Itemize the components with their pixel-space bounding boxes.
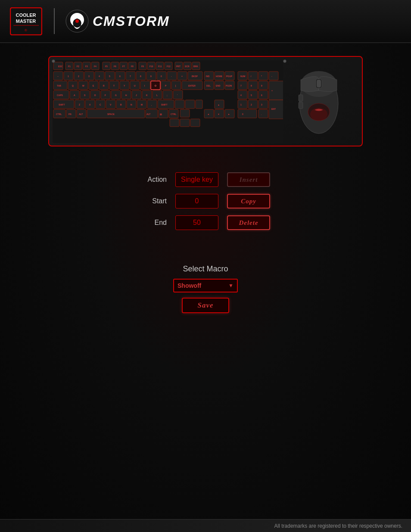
- logo-divider: [54, 8, 55, 34]
- svg-text:NUM: NUM: [240, 75, 245, 78]
- svg-rect-83: [180, 109, 190, 117]
- svg-text:B: B: [120, 103, 122, 106]
- svg-text:▼: ▼: [218, 113, 220, 115]
- logo-area: COOLER MASTER ® CMStorm: [9, 6, 170, 36]
- svg-text:HOME: HOME: [216, 75, 223, 78]
- macro-section-title: Select Macro: [183, 264, 228, 274]
- svg-text:3: 3: [88, 75, 90, 78]
- macro-dropdown[interactable]: Showoff ▼: [173, 279, 238, 292]
- svg-text:TAB: TAB: [57, 84, 61, 87]
- svg-rect-216: [317, 80, 321, 87]
- svg-rect-61: [163, 90, 172, 99]
- svg-rect-79: [87, 109, 145, 118]
- action-panel: Action Single key Insert Start 0 Copy En…: [141, 172, 270, 230]
- svg-text:~: ~: [57, 75, 59, 78]
- start-label: Start: [141, 197, 167, 205]
- svg-text:MASTER: MASTER: [16, 19, 36, 24]
- svg-rect-46: [140, 81, 150, 90]
- svg-text:BKSP: BKSP: [192, 75, 198, 78]
- svg-text:BRK: BRK: [193, 65, 198, 68]
- svg-text:2: 2: [78, 75, 79, 78]
- svg-text:Q: Q: [72, 84, 74, 87]
- cooler-master-logo: COOLER MASTER ®: [9, 6, 43, 36]
- svg-text:=: =: [181, 75, 183, 78]
- svg-rect-75: [196, 100, 202, 109]
- svg-text:SHIFT: SHIFT: [161, 103, 167, 106]
- svg-text:►: ►: [228, 113, 230, 115]
- svg-text:SPACE: SPACE: [107, 113, 115, 115]
- svg-text:J: J: [136, 94, 137, 96]
- start-value-field[interactable]: 0: [175, 194, 218, 208]
- svg-text:H: H: [125, 94, 127, 96]
- delete-button[interactable]: Delete: [227, 215, 270, 230]
- svg-text:CTRL: CTRL: [171, 113, 176, 115]
- svg-text:F4: F4: [94, 65, 97, 68]
- svg-text:6: 6: [261, 94, 262, 96]
- svg-text:8: 8: [251, 84, 252, 87]
- svg-text:F8: F8: [131, 65, 134, 68]
- keyboard-image: ESC F1 F2 F3 F4 F5 F6 F7 F8 F9 F10 F11 F…: [53, 60, 283, 143]
- footer-text: All trademarks are registered to their r…: [274, 523, 402, 529]
- svg-text:ENT: ENT: [271, 108, 276, 110]
- svg-rect-85: [170, 119, 179, 127]
- svg-text:R: R: [103, 84, 105, 87]
- svg-text:PGDN: PGDN: [226, 84, 232, 87]
- svg-text:▲: ▲: [218, 103, 220, 106]
- svg-text:G: G: [115, 94, 117, 96]
- svg-rect-217: [299, 95, 303, 101]
- svg-rect-49: [171, 81, 181, 90]
- svg-text:9: 9: [150, 75, 152, 78]
- action-value-field[interactable]: Single key: [175, 172, 218, 187]
- svg-text:CAPS: CAPS: [57, 94, 63, 96]
- svg-rect-183: [238, 81, 247, 90]
- svg-rect-194: [238, 109, 257, 118]
- insert-button[interactable]: Insert: [227, 172, 270, 187]
- svg-text:1: 1: [240, 103, 242, 106]
- svg-text:6: 6: [119, 75, 121, 78]
- svg-text:3: 3: [261, 103, 262, 106]
- copy-button[interactable]: Copy: [227, 194, 270, 208]
- svg-rect-192: [258, 100, 268, 109]
- end-row: End 50 Delete: [141, 215, 270, 230]
- svg-text:FN: FN: [68, 113, 72, 115]
- macro-section: Select Macro Showoff ▼ Save: [173, 264, 238, 313]
- end-value-field[interactable]: 50: [175, 215, 218, 230]
- svg-text:4: 4: [240, 94, 242, 96]
- svg-text:7: 7: [240, 84, 242, 87]
- save-button[interactable]: Save: [182, 298, 229, 313]
- action-row: Action Single key Insert: [141, 172, 270, 187]
- svg-text:7: 7: [130, 75, 131, 78]
- svg-rect-189: [258, 90, 268, 99]
- svg-text:L: L: [156, 94, 158, 96]
- svg-rect-74: [185, 100, 195, 109]
- svg-text:DEL: DEL: [206, 84, 211, 87]
- svg-text:INS: INS: [206, 75, 210, 78]
- svg-text:T: T: [113, 84, 115, 87]
- svg-text:▤: ▤: [160, 113, 162, 115]
- svg-text:U: U: [134, 84, 136, 87]
- svg-text:A: A: [74, 94, 75, 96]
- svg-text:F6: F6: [114, 65, 116, 68]
- svg-rect-180: [248, 72, 258, 80]
- keyboard-container: ESC F1 F2 F3 F4 F5 F6 F7 F8 F9 F10 F11 F…: [48, 56, 363, 146]
- svg-text:C: C: [100, 103, 101, 106]
- svg-text:O: O: [155, 84, 156, 87]
- footer: All trademarks are registered to their r…: [0, 519, 411, 532]
- svg-rect-184: [248, 81, 258, 90]
- svg-text:9: 9: [261, 84, 262, 87]
- svg-text:F1: F1: [68, 65, 71, 68]
- svg-text:N: N: [131, 103, 132, 106]
- svg-text:0: 0: [161, 75, 162, 78]
- svg-text:®: ®: [25, 28, 27, 32]
- svg-text:F5: F5: [105, 65, 108, 68]
- main-content: ESC F1 F2 F3 F4 F5 F6 F7 F8 F9 F10 F11 F…: [0, 43, 411, 532]
- svg-text:8: 8: [140, 75, 141, 78]
- svg-text:F9: F9: [141, 65, 144, 68]
- svg-rect-35: [167, 72, 177, 80]
- svg-text:5: 5: [251, 94, 252, 96]
- action-label: Action: [141, 176, 167, 184]
- svg-text:Z: Z: [79, 103, 80, 106]
- svg-point-6: [75, 19, 79, 23]
- svg-rect-193: [269, 100, 283, 119]
- start-row: Start 0 Copy: [141, 194, 270, 208]
